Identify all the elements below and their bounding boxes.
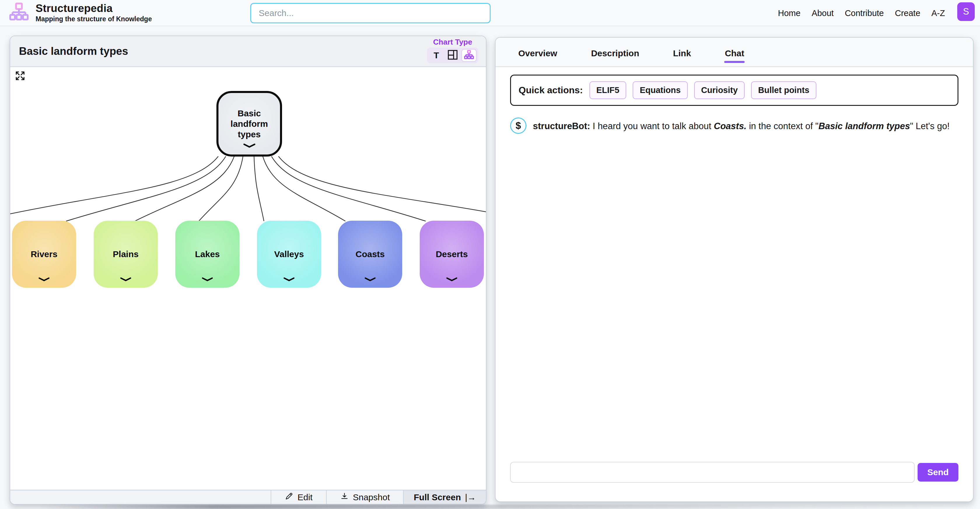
app-header: Structurepedia Mapping the structure of … (0, 0, 980, 26)
chart-type-label: Chart Type (427, 38, 478, 46)
chart-panel: Basic landform types Chart Type T (10, 36, 487, 504)
chart-type-treemap-button[interactable] (445, 49, 460, 62)
chart-title: Basic landform types (19, 45, 128, 57)
message-part: in the context of " (746, 121, 818, 131)
chevron-down-icon (364, 274, 376, 284)
structurepedia-logo-icon (9, 3, 29, 23)
tree-node-lakes[interactable]: Lakes (175, 221, 239, 288)
chart-type-control: Chart Type T (427, 38, 478, 63)
node-label: Valleys (274, 249, 304, 259)
edit-button[interactable]: Edit (270, 490, 326, 504)
footer-spacer (10, 490, 270, 504)
side-panel: Overview Description Link Chat Quick act… (495, 37, 974, 502)
chart-type-text-button[interactable]: T (429, 49, 444, 62)
chevron-down-icon (38, 274, 50, 284)
chevron-down-icon (120, 274, 132, 284)
chat-tab-content: Quick actions: ELIF5 Equations Curiosity… (496, 67, 973, 501)
app-title: Structurepedia (36, 2, 152, 14)
nav-a-z[interactable]: A-Z (931, 8, 945, 18)
quick-actions-box: Quick actions: ELIF5 Equations Curiosity… (510, 75, 958, 106)
node-label: Plains (113, 249, 138, 259)
tree-chart-icon (464, 50, 474, 61)
download-icon (340, 492, 349, 503)
chat-message: $ structureBot: I heard you want to talk… (510, 117, 958, 134)
tab-link[interactable]: Link (673, 46, 691, 58)
tree-node-deserts[interactable]: Deserts (420, 221, 484, 288)
treemap-icon (448, 50, 458, 61)
nav-contribute[interactable]: Contribute (845, 8, 884, 18)
tree-node-plains[interactable]: Plains (94, 221, 158, 288)
bot-avatar: $ (510, 117, 527, 134)
message-context: Basic landform types (818, 121, 910, 131)
node-label: Lakes (195, 249, 220, 259)
page-bottom-shadow (0, 504, 980, 509)
full-screen-button[interactable]: Full Screen |→ (403, 490, 486, 504)
send-button[interactable]: Send (918, 463, 958, 482)
message-part: I heard you want to talk about (590, 121, 714, 131)
pencil-icon (285, 492, 293, 503)
chat-message-text: structureBot: I heard you want to talk a… (533, 117, 950, 133)
tree-node-coasts[interactable]: Coasts (338, 221, 402, 288)
bot-name: structureBot: (533, 121, 590, 131)
tree-node-root[interactable]: Basic landform types (216, 91, 282, 157)
chevron-down-icon (243, 140, 256, 151)
chevron-down-icon (283, 274, 295, 284)
root-node-label: Basic landform types (224, 108, 275, 140)
snapshot-button[interactable]: Snapshot (326, 490, 403, 504)
tab-overview[interactable]: Overview (518, 46, 557, 58)
chevron-down-icon (202, 274, 213, 284)
chart-canvas[interactable]: Basic landform types Rivers Plains Lakes… (10, 67, 486, 490)
chart-type-tree-button[interactable] (461, 49, 477, 62)
message-topic: Coasts. (714, 121, 746, 131)
edit-button-label: Edit (298, 492, 313, 502)
chat-message-input[interactable] (510, 462, 915, 483)
chart-footer-toolbar: Edit Snapshot Full Screen |→ (10, 490, 486, 504)
full-screen-button-label: Full Screen (414, 492, 461, 502)
nav-create[interactable]: Create (895, 8, 920, 18)
side-panel-tabs: Overview Description Link Chat (496, 38, 973, 67)
quick-action-elif5[interactable]: ELIF5 (589, 81, 627, 99)
quick-actions-label: Quick actions: (519, 85, 583, 96)
chevron-down-icon (446, 274, 458, 284)
search-input[interactable] (250, 3, 491, 23)
quick-action-bullet-points[interactable]: Bullet points (751, 81, 816, 99)
node-label: Rivers (30, 249, 57, 259)
user-avatar[interactable]: S (957, 2, 975, 21)
chat-input-row: Send (510, 462, 958, 483)
top-nav: Home About Contribute Create A-Z (778, 0, 945, 26)
arrow-bar-right-icon: |→ (465, 492, 476, 502)
tab-chat[interactable]: Chat (725, 46, 745, 58)
nav-home[interactable]: Home (778, 8, 800, 18)
app-tagline: Mapping the structure of Knowledge (36, 15, 152, 23)
tab-description[interactable]: Description (591, 46, 639, 58)
node-label: Coasts (356, 249, 385, 259)
brand-home-link[interactable]: Structurepedia Mapping the structure of … (9, 2, 152, 23)
quick-action-curiosity[interactable]: Curiosity (694, 81, 745, 99)
message-part: " Let's go! (910, 121, 950, 131)
snapshot-button-label: Snapshot (353, 492, 390, 502)
chart-panel-header: Basic landform types Chart Type T (10, 36, 486, 67)
quick-action-equations[interactable]: Equations (633, 81, 687, 99)
tree-node-rivers[interactable]: Rivers (12, 221, 76, 288)
node-label: Deserts (436, 249, 468, 259)
tree-node-valleys[interactable]: Valleys (257, 221, 321, 288)
nav-about[interactable]: About (812, 8, 834, 18)
